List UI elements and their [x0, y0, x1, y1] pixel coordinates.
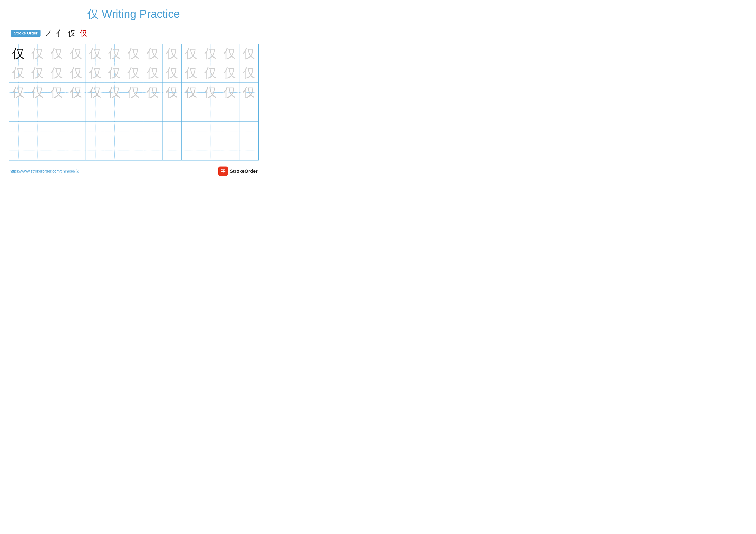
- grid-cell[interactable]: [105, 122, 124, 141]
- grid-cell[interactable]: [47, 141, 67, 160]
- grid-cell[interactable]: 仅: [67, 44, 86, 63]
- grid-cell[interactable]: [105, 141, 124, 160]
- practice-char: 仅: [166, 64, 178, 81]
- grid-cell[interactable]: 仅: [86, 63, 105, 83]
- grid-cell[interactable]: [28, 122, 47, 141]
- grid-cell[interactable]: [67, 102, 86, 121]
- practice-char: 仅: [224, 45, 236, 62]
- grid-cell[interactable]: [67, 122, 86, 141]
- grid-cell[interactable]: 仅: [220, 44, 239, 63]
- grid-cell[interactable]: [86, 141, 105, 160]
- grid-cell[interactable]: 仅: [239, 44, 258, 63]
- grid-cell[interactable]: 仅: [143, 83, 162, 102]
- grid-cell[interactable]: 仅: [124, 44, 143, 63]
- grid-cell[interactable]: [201, 102, 220, 121]
- practice-char: 仅: [147, 64, 159, 81]
- practice-char: 仅: [31, 84, 44, 101]
- grid-cell[interactable]: [162, 122, 182, 141]
- grid-cell[interactable]: [67, 141, 86, 160]
- grid-cell[interactable]: 仅: [86, 83, 105, 102]
- grid-cell[interactable]: [162, 102, 182, 121]
- grid-cell[interactable]: 仅: [28, 44, 47, 63]
- grid-cell[interactable]: [124, 122, 143, 141]
- brand-icon: 字: [218, 166, 228, 176]
- grid-cell[interactable]: [47, 122, 67, 141]
- grid-cell[interactable]: [86, 102, 105, 121]
- practice-char: 仅: [147, 84, 159, 101]
- grid-cell[interactable]: [143, 141, 162, 160]
- practice-char: 仅: [50, 45, 63, 62]
- grid-cell[interactable]: [220, 102, 239, 121]
- grid-cell[interactable]: 仅: [124, 63, 143, 83]
- grid-cell[interactable]: [182, 102, 201, 121]
- practice-char: 仅: [224, 84, 236, 101]
- grid-row-5: [9, 122, 258, 141]
- grid-cell[interactable]: 仅: [67, 63, 86, 83]
- grid-cell[interactable]: [47, 102, 67, 121]
- grid-cell[interactable]: [124, 141, 143, 160]
- grid-cell[interactable]: 仅: [162, 63, 182, 83]
- grid-cell[interactable]: 仅: [220, 83, 239, 102]
- grid-cell[interactable]: 仅: [201, 83, 220, 102]
- grid-cell[interactable]: 仅: [143, 63, 162, 83]
- grid-cell[interactable]: 仅: [105, 63, 124, 83]
- grid-cell[interactable]: 仅: [182, 83, 201, 102]
- grid-cell[interactable]: [9, 122, 28, 141]
- practice-char: 仅: [89, 64, 101, 81]
- grid-cell[interactable]: [28, 102, 47, 121]
- grid-cell[interactable]: 仅: [220, 63, 239, 83]
- grid-cell[interactable]: [182, 122, 201, 141]
- grid-cell[interactable]: 仅: [28, 63, 47, 83]
- grid-cell[interactable]: [86, 122, 105, 141]
- grid-cell[interactable]: 仅: [105, 83, 124, 102]
- practice-char: 仅: [127, 45, 140, 62]
- grid-cell[interactable]: 仅: [201, 63, 220, 83]
- grid-cell[interactable]: [124, 102, 143, 121]
- grid-cell[interactable]: [220, 122, 239, 141]
- practice-char: 仅: [204, 84, 217, 101]
- grid-cell[interactable]: [28, 141, 47, 160]
- grid-cell[interactable]: 仅: [47, 44, 67, 63]
- grid-cell[interactable]: [9, 102, 28, 121]
- grid-cell[interactable]: [220, 141, 239, 160]
- grid-cell[interactable]: 仅: [201, 44, 220, 63]
- grid-cell[interactable]: 仅: [105, 44, 124, 63]
- grid-cell[interactable]: 仅: [182, 44, 201, 63]
- grid-cell[interactable]: [9, 141, 28, 160]
- grid-cell[interactable]: [239, 102, 258, 121]
- practice-grid: 仅 仅 仅 仅 仅 仅 仅 仅 仅 仅 仅 仅 仅 仅 仅 仅 仅 仅 仅 仅 …: [9, 44, 258, 161]
- grid-cell[interactable]: 仅: [162, 83, 182, 102]
- grid-cell[interactable]: 仅: [239, 83, 258, 102]
- practice-char: 仅: [166, 45, 178, 62]
- title-chinese-char: 仅: [87, 8, 98, 20]
- grid-cell[interactable]: 仅: [9, 63, 28, 83]
- grid-cell[interactable]: 仅: [162, 44, 182, 63]
- grid-cell[interactable]: [143, 102, 162, 121]
- grid-cell[interactable]: 仅: [67, 83, 86, 102]
- practice-char: 仅: [108, 45, 121, 62]
- grid-cell[interactable]: [143, 122, 162, 141]
- grid-cell[interactable]: 仅: [86, 44, 105, 63]
- grid-cell[interactable]: [201, 122, 220, 141]
- footer-url[interactable]: https://www.strokerorder.com/chinese/仅: [10, 169, 79, 174]
- grid-cell[interactable]: 仅: [28, 83, 47, 102]
- grid-cell[interactable]: 仅: [143, 44, 162, 63]
- grid-cell[interactable]: 仅: [239, 63, 258, 83]
- grid-cell[interactable]: [162, 141, 182, 160]
- grid-cell[interactable]: [105, 102, 124, 121]
- grid-cell[interactable]: 仅: [47, 83, 67, 102]
- grid-cell[interactable]: [239, 141, 258, 160]
- grid-cell[interactable]: 仅: [47, 63, 67, 83]
- grid-cell[interactable]: 仅: [182, 63, 201, 83]
- practice-char: 仅: [166, 84, 178, 101]
- practice-char: 仅: [185, 45, 198, 62]
- practice-char: 仅: [147, 45, 159, 62]
- grid-cell[interactable]: 仅: [9, 83, 28, 102]
- grid-cell[interactable]: [239, 122, 258, 141]
- grid-cell[interactable]: 仅: [124, 83, 143, 102]
- grid-cell[interactable]: [182, 141, 201, 160]
- stroke-order-badge: Stroke Order: [11, 30, 40, 37]
- grid-cell[interactable]: 仅: [9, 44, 28, 63]
- practice-char: 仅: [89, 84, 101, 101]
- grid-cell[interactable]: [201, 141, 220, 160]
